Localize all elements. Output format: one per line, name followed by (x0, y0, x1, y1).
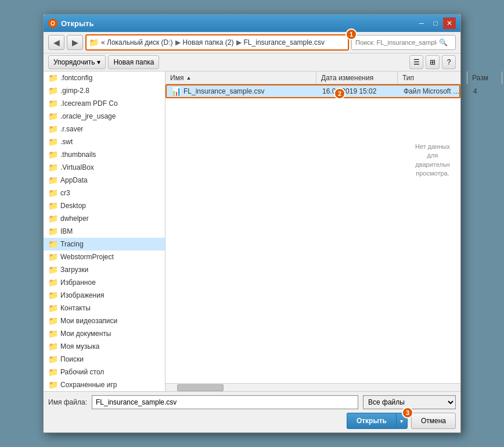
toolbar-right-group: ☰ ⊞ ? (409, 55, 456, 69)
help-button[interactable]: ? (442, 55, 456, 69)
folder-icon: 📁 (48, 239, 58, 249)
folder-icon: 📁 (48, 342, 58, 351)
sidebar-item------------[interactable]: 📁Изображения (44, 289, 165, 302)
col-header-name[interactable]: Имя ▲ (165, 71, 316, 84)
view-icon-button[interactable]: ⊞ (426, 55, 440, 69)
folder-label: .swt (60, 138, 73, 146)
folder-label: Мои видеозаписи (60, 317, 117, 325)
sidebar-item--------------[interactable]: 📁Мои документы (44, 327, 165, 340)
filename-label: Имя файла: (48, 398, 87, 406)
sidebar-item-tracing[interactable]: 📁Tracing (44, 238, 165, 251)
folder-icon: 📁 (48, 176, 58, 185)
col-header-date[interactable]: Дата изменения (316, 71, 398, 84)
breadcrumb-sep1: ▶ (175, 38, 181, 47)
new-folder-button[interactable]: Новая папка (108, 55, 159, 69)
search-box[interactable]: 🔍 (351, 35, 456, 50)
new-folder-label: Новая папка (113, 58, 154, 66)
folder-icon: 📁 (48, 291, 58, 300)
folder-label: Изображения (60, 291, 104, 299)
sidebar-item-------------[interactable]: 📁Рабочий стол (44, 366, 165, 378)
folder-label: Моя музыка (60, 342, 99, 351)
table-row[interactable]: 📊FL_insurance_sample.csv16.02.2019 15:02… (165, 84, 460, 98)
sidebar-item--oracle-jre-usage[interactable]: 📁.oracle_jre_usage (44, 110, 165, 123)
folder-icon: 📁 (48, 86, 58, 95)
badge-1: 1 (345, 28, 357, 40)
file-list-header: Имя ▲ Дата изменения Тип Разм (165, 71, 460, 84)
filename-row: Имя файла: Все файлы (48, 395, 456, 409)
folder-icon: 📁 (48, 188, 58, 198)
folder-icon: 📁 (48, 124, 58, 134)
sidebar-item-webstormproject[interactable]: 📁WebstormProject (44, 251, 165, 263)
app-icon: O (48, 19, 57, 28)
sidebar-item--gimp-2-8[interactable]: 📁.gimp-2.8 (44, 84, 165, 97)
folder-icon: 📁 (48, 150, 58, 159)
sidebar-item--thumbnails[interactable]: 📁.thumbnails (44, 148, 165, 161)
sidebar-item----------[interactable]: 📁Избранное (44, 276, 165, 289)
back-button[interactable]: ◀ (48, 35, 64, 50)
folder-label: .oracle_jre_usage (60, 112, 116, 120)
folder-label: .fontconfig (60, 74, 92, 82)
folder-label: .VirtualBox (60, 163, 94, 171)
badge-3: 3 (402, 407, 413, 419)
sort-button-label: Упорядочить (53, 58, 95, 66)
folder-label: .r.saver (60, 125, 83, 133)
col-header-type[interactable]: Тип (398, 71, 467, 84)
sidebar-item--r-saver[interactable]: 📁.r.saver (44, 123, 165, 135)
view-toggle-button[interactable]: ☰ (409, 55, 423, 69)
breadcrumb-sep2: ▶ (236, 38, 242, 47)
sidebar-item--swt[interactable]: 📁.swt (44, 135, 165, 148)
sidebar-item--virtualbox[interactable]: 📁.VirtualBox (44, 161, 165, 174)
folder-label: Рабочий стол (60, 368, 104, 376)
sidebar-item---------[interactable]: 📁Контакты (44, 302, 165, 314)
sort-dropdown-icon: ▾ (97, 58, 100, 66)
close-button[interactable]: ✕ (443, 17, 456, 29)
folder-icon: 📁 (48, 380, 58, 389)
folder-icon: 📁 (48, 163, 58, 172)
folder-label: Контакты (60, 304, 91, 312)
sidebar-item----------------[interactable]: 📁Сохраненные игр (44, 378, 165, 391)
sidebar-item----------------[interactable]: 📁Мои видеозаписи (44, 314, 165, 327)
sidebar-item---------[interactable]: 📁Загрузки (44, 263, 165, 276)
maximize-button[interactable]: □ (429, 17, 442, 29)
sidebar-item-cr3[interactable]: 📁cr3 (44, 187, 165, 199)
preview-panel: Нет данных для дварительн просмотра. (409, 142, 456, 178)
folder-icon: 📁 (48, 278, 58, 287)
toolbar-left-group: Упорядочить ▾ Новая папка (48, 55, 159, 69)
file-type-cell: Файл Microsoft Ex... (399, 86, 469, 96)
folder-label: Мои документы (60, 330, 111, 338)
folder-label: Загрузки (60, 266, 88, 274)
folder-icon: 📁 (48, 214, 58, 223)
sidebar-item--icecream-pdf-co[interactable]: 📁.Icecream PDF Co (44, 97, 165, 110)
folder-label: Desktop (60, 202, 86, 210)
address-toolbar: ◀ ▶ 📁 « Локальный диск (D:) ▶ Новая папк… (44, 32, 460, 53)
address-bar[interactable]: 📁 « Локальный диск (D:) ▶ Новая папка (2… (85, 34, 349, 51)
title-bar: O Открыть ─ □ ✕ (44, 15, 460, 32)
h-scroll-thumb[interactable] (177, 384, 224, 391)
col-header-size[interactable]: Разм (467, 71, 502, 84)
file-name-cell: 📊FL_insurance_sample.csv (167, 85, 318, 97)
file-date-cell: 16.02.2019 15:02 (318, 86, 399, 96)
sidebar-item-appdata[interactable]: 📁AppData (44, 174, 165, 187)
sidebar-item-----------[interactable]: 📁Моя музыка (44, 340, 165, 353)
search-input[interactable] (355, 39, 437, 46)
folder-icon-address: 📁 (89, 38, 99, 47)
horizontal-scrollbar[interactable] (165, 383, 460, 391)
buttons-row: Открыть ▾ 3 Отмена (48, 413, 456, 429)
minimize-button[interactable]: ─ (415, 17, 428, 29)
folder-icon: 📁 (48, 355, 58, 364)
breadcrumb-part1: « Локальный диск (D:) (101, 38, 173, 47)
folder-label: cr3 (60, 189, 70, 197)
sidebar-item-ibm[interactable]: 📁IBM (44, 225, 165, 238)
sidebar-item-desktop[interactable]: 📁Desktop (44, 199, 165, 212)
folder-label: Сохраненные игр (60, 381, 117, 389)
folder-icon: 📁 (48, 367, 58, 377)
sidebar-item-dwhelper[interactable]: 📁dwhelper (44, 212, 165, 225)
sidebar-item-------[interactable]: 📁Поиски (44, 353, 165, 366)
forward-button[interactable]: ▶ (67, 35, 83, 50)
cancel-button[interactable]: Отмена (411, 413, 456, 429)
sidebar-item--fontconfig[interactable]: 📁.fontconfig (44, 71, 165, 84)
folder-icon: 📁 (48, 316, 58, 326)
sort-button[interactable]: Упорядочить ▾ (48, 55, 106, 69)
filename-input[interactable] (92, 395, 358, 409)
open-button[interactable]: Открыть (347, 413, 396, 429)
